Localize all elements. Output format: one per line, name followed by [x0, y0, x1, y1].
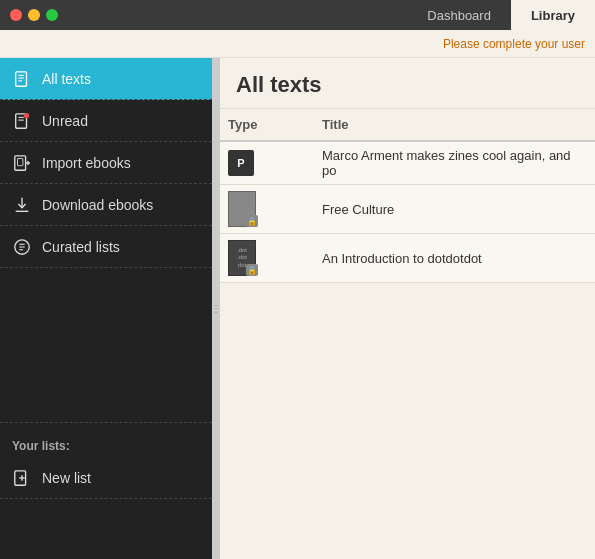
table-row[interactable]: P Marco Arment makes zines cool again, a…	[220, 141, 595, 185]
col-header-title: Title	[314, 109, 595, 141]
curated-lists-icon	[12, 237, 32, 257]
sidebar-item-all-texts-label: All texts	[42, 71, 91, 87]
lock-badge-2: 🔒	[246, 215, 258, 227]
sidebar-item-import-ebooks[interactable]: Import ebooks	[0, 142, 212, 184]
sidebar-item-curated-label: Curated lists	[42, 239, 120, 255]
download-ebooks-icon	[12, 195, 32, 215]
import-ebooks-icon	[12, 153, 32, 173]
close-button[interactable]	[10, 9, 22, 21]
tab-library[interactable]: Library	[511, 0, 595, 30]
type-cell-1: P	[220, 141, 270, 185]
titlebar: Dashboard Library	[0, 0, 595, 30]
sidebar-item-download-ebooks[interactable]: Download ebooks	[0, 184, 212, 226]
type-cell-2: 🔒	[220, 185, 270, 234]
page-title: All texts	[236, 72, 579, 98]
thumb-wrapper-3: .dot.dotdot 🔒	[228, 240, 258, 276]
thumb-wrapper-2: 🔒	[228, 191, 258, 227]
table-row[interactable]: 🔒 Free Culture	[220, 185, 595, 234]
table-header-row: Type Title	[220, 109, 595, 141]
alert-bar: Please complete your user	[0, 30, 595, 58]
sidebar-item-all-texts[interactable]: All texts	[0, 58, 212, 100]
col-header-type: Type	[220, 109, 270, 141]
svg-rect-9	[18, 158, 23, 165]
main-layout: All texts Unread	[0, 58, 595, 559]
unread-icon	[12, 111, 32, 131]
sidebar-item-import-label: Import ebooks	[42, 155, 131, 171]
your-lists-label: Your lists:	[0, 427, 212, 457]
all-texts-icon	[12, 69, 32, 89]
title-cell-3: An Introduction to dotdotdot	[314, 234, 595, 283]
svg-rect-8	[15, 155, 26, 169]
sidebar-item-new-list-label: New list	[42, 470, 91, 486]
type-cell-3: .dot.dotdot 🔒	[220, 234, 270, 283]
thumb-cell-2	[270, 185, 314, 234]
sidebar-item-unread-label: Unread	[42, 113, 88, 129]
table-container[interactable]: Type Title P Marco Arment makes zines co…	[220, 109, 595, 559]
nav-tabs: Dashboard Library	[407, 0, 595, 30]
title-cell-2: Free Culture	[314, 185, 595, 234]
sidebar-item-unread[interactable]: Unread	[0, 100, 212, 142]
sidebar-item-download-label: Download ebooks	[42, 197, 153, 213]
sidebar-divider	[0, 422, 212, 423]
title-cell-1: Marco Arment makes zines cool again, and…	[314, 141, 595, 185]
resize-handle[interactable]: ⋮	[212, 58, 220, 559]
content-header: All texts	[220, 58, 595, 109]
texts-table: Type Title P Marco Arment makes zines co…	[220, 109, 595, 283]
sidebar-item-new-list[interactable]: New list	[0, 457, 212, 499]
content-area: All texts Type Title P	[220, 58, 595, 559]
col-header-thumb	[270, 109, 314, 141]
sidebar-item-curated-lists[interactable]: Curated lists	[0, 226, 212, 268]
lock-badge-3: 🔒	[246, 264, 258, 276]
maximize-button[interactable]	[46, 9, 58, 21]
svg-rect-0	[16, 71, 27, 85]
table-row[interactable]: .dot.dotdot 🔒 An Introduction to dotdotd…	[220, 234, 595, 283]
alert-text: Please complete your user	[443, 37, 585, 51]
tab-dashboard[interactable]: Dashboard	[407, 0, 511, 30]
new-list-icon	[12, 468, 32, 488]
sidebar: All texts Unread	[0, 58, 212, 559]
traffic-lights	[10, 9, 58, 21]
thumb-cell-1	[270, 141, 314, 185]
svg-point-7	[24, 112, 29, 117]
minimize-button[interactable]	[28, 9, 40, 21]
thumb-cell-3	[270, 234, 314, 283]
type-badge-1: P	[228, 150, 254, 176]
